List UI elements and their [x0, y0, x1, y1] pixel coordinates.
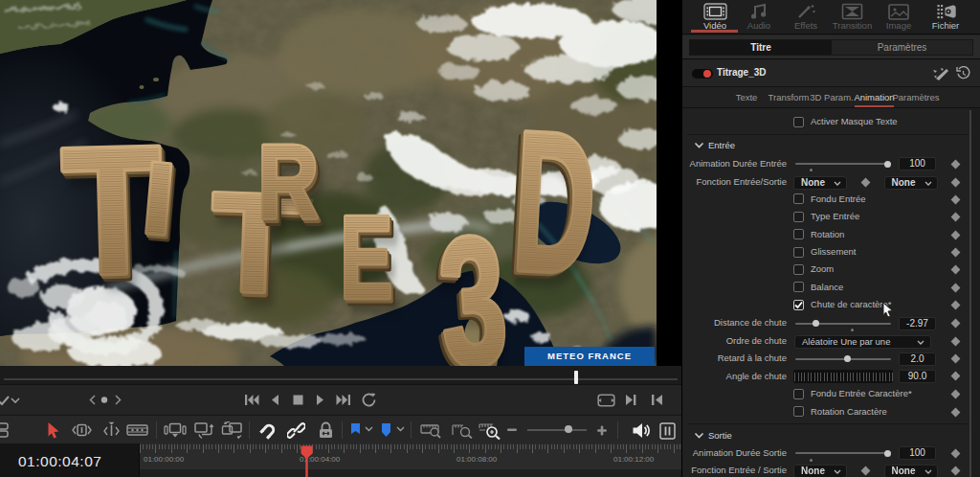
svg-text:E: E — [340, 192, 392, 322]
svg-text:R: R — [257, 124, 319, 240]
svg-text:D: D — [508, 90, 600, 316]
